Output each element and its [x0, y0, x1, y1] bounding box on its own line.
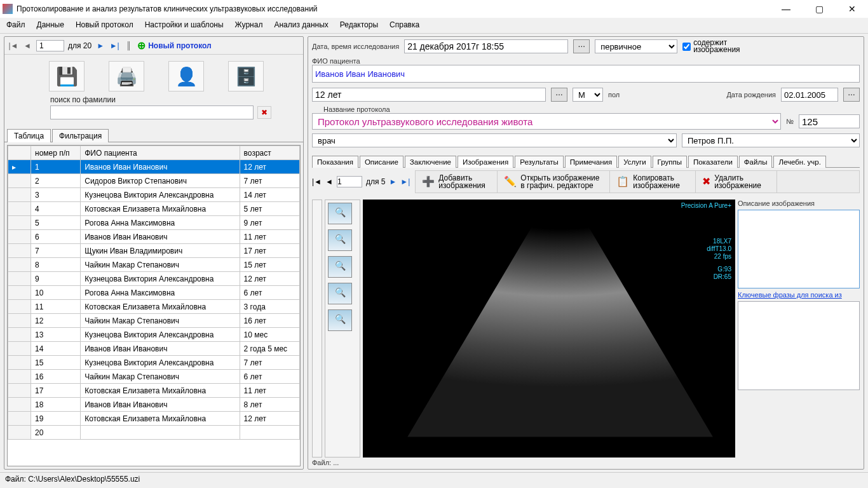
tab-Примечания[interactable]: Примечания — [565, 156, 617, 168]
key-phrases-link[interactable]: Ключевые фразы для поиска из — [738, 291, 860, 299]
thumbnail[interactable] — [328, 256, 352, 278]
img-last-icon[interactable]: ►| — [400, 177, 410, 186]
right-panel: Дата, время исследования … первичное сод… — [308, 36, 864, 470]
menu-Данные[interactable]: Данные — [37, 20, 64, 29]
tab-Описание[interactable]: Описание — [360, 156, 403, 168]
table-row[interactable]: 14Иванов Иван Иванович2 года 5 мес — [8, 342, 300, 356]
delete-image-button[interactable]: ✖Удалить изображение — [696, 171, 777, 193]
first-page-icon[interactable]: |◄ — [8, 41, 18, 50]
exam-type-select[interactable]: первичное — [595, 39, 677, 53]
close-button[interactable]: ✕ — [841, 4, 863, 14]
menu-Редакторы[interactable]: Редакторы — [340, 20, 378, 29]
image-desc-textarea[interactable] — [738, 210, 860, 288]
tab-Фильтрация[interactable]: Фильтрация — [52, 129, 109, 142]
table-row[interactable]: 10Рогова Анна Максимовна6 лет — [8, 286, 300, 300]
tab-Результаты[interactable]: Результаты — [515, 156, 564, 168]
find-patient-button[interactable]: 👤 — [168, 61, 204, 92]
protocol-name-select[interactable]: Протокол ультразвукового исследования жи… — [312, 113, 781, 130]
thumbnail[interactable] — [328, 309, 352, 331]
menubar: ФайлДанныеНовый протоколНастройки и шабл… — [0, 18, 868, 34]
search-label: поиск по фамилии — [4, 95, 303, 105]
print-button[interactable]: 🖨️ — [109, 61, 144, 92]
search-input[interactable] — [50, 105, 254, 119]
table-row[interactable]: 13Кузнецова Виктория Александровна10 мес — [8, 328, 300, 342]
plus-icon: ➕ — [422, 178, 435, 186]
table-row[interactable]: 8Чайкин Макар Степанович15 лет — [8, 258, 300, 272]
next-page-icon[interactable]: ► — [95, 41, 105, 50]
tab-Файлы[interactable]: Файлы — [739, 156, 773, 168]
patient-fio-input[interactable] — [312, 65, 860, 83]
tab-Услуги[interactable]: Услуги — [618, 156, 651, 168]
database-button[interactable]: 🗄️ — [228, 61, 264, 92]
tab-Лечебн. учр.[interactable]: Лечебн. учр. — [773, 156, 825, 168]
phrases-textarea[interactable] — [738, 301, 860, 390]
dob-input[interactable] — [781, 88, 838, 102]
sex-label: пол — [608, 91, 620, 98]
datetime-input[interactable] — [404, 39, 568, 53]
table-row[interactable]: ▸1Иванов Иван Иванович12 лет — [8, 160, 300, 174]
table-row[interactable]: 15Кузнецова Виктория Александровна7 лет — [8, 356, 300, 370]
img-next-icon[interactable]: ► — [389, 177, 397, 186]
copy-image-button[interactable]: 📋Копировать изображение — [610, 171, 696, 193]
table-row[interactable]: 19Котовская Елизавета Михайловна12 лет — [8, 412, 300, 426]
tab-Показатели[interactable]: Показатели — [688, 156, 738, 168]
overlay-dr: DR:65 — [714, 273, 731, 280]
table-row[interactable]: 11Котовская Елизавета Михайловна3 года — [8, 300, 300, 314]
protocol-number-input[interactable] — [799, 114, 860, 128]
menu-Файл[interactable]: Файл — [6, 20, 25, 29]
table-row[interactable]: 3Кузнецова Виктория Александровна14 лет — [8, 188, 300, 202]
tab-Таблица[interactable]: Таблица — [7, 129, 51, 142]
img-page-input[interactable] — [337, 176, 362, 187]
thumbnail[interactable] — [328, 229, 352, 251]
menu-Журнал[interactable]: Журнал — [235, 20, 263, 29]
overlay-diff: diffT13.0 — [707, 245, 731, 252]
table-row[interactable]: 2Сидоров Виктор Степанович7 лет — [8, 174, 300, 188]
doctor-select[interactable]: Петров П.П. — [682, 133, 860, 147]
img-prev-icon[interactable]: ◄ — [325, 177, 333, 186]
menu-Новый протокол[interactable]: Новый протокол — [76, 20, 133, 29]
menu-Справка[interactable]: Справка — [390, 20, 419, 29]
open-image-button[interactable]: ✏️Открыть изображение в графич. редактор… — [498, 171, 610, 193]
contains-images-checkbox[interactable]: содержит изображения — [682, 39, 748, 53]
table-row[interactable]: 5Рогова Анна Максимовна9 лет — [8, 216, 300, 230]
last-page-icon[interactable]: ►| — [109, 41, 119, 50]
thumbnail[interactable] — [328, 283, 352, 304]
statusbar: Файл: C:\Users\Alex\Desktop\55555.uzi — [0, 472, 868, 486]
clear-search-button[interactable]: ✖ — [257, 106, 271, 119]
table-row[interactable]: 17Котовская Елизавета Михайловна11 лет — [8, 384, 300, 398]
table-row[interactable]: 6Иванов Иван Иванович11 лет — [8, 230, 300, 244]
tab-Группы[interactable]: Группы — [653, 156, 687, 168]
new-protocol-button[interactable]: ⊕ Новый протокол — [137, 39, 212, 51]
maximize-button[interactable]: ▢ — [808, 4, 830, 14]
patients-grid[interactable]: номер п/пФИО пациентавозраст▸1Иванов Ива… — [7, 145, 301, 466]
tab-Показания[interactable]: Показания — [312, 156, 358, 168]
ultrasound-image[interactable]: Precision A Pure+ 18LX7 diffT13.0 22 fps… — [363, 200, 735, 458]
overlay-probe: 18LX7 — [713, 238, 731, 245]
tab-Заключение[interactable]: Заключение — [405, 156, 456, 168]
role-select[interactable]: врач — [312, 133, 677, 147]
menu-Настройки и шаблоны[interactable]: Настройки и шаблоны — [145, 20, 224, 29]
img-first-icon[interactable]: |◄ — [312, 177, 322, 186]
tab-Изображения[interactable]: Изображения — [458, 156, 513, 168]
datetime-picker-button[interactable]: … — [573, 39, 590, 53]
age-input[interactable] — [312, 88, 546, 102]
thumbnail[interactable] — [328, 203, 352, 224]
minimize-button[interactable]: — — [775, 4, 797, 14]
thumbnail-strip[interactable] — [325, 200, 360, 458]
prev-page-icon[interactable]: ◄ — [22, 41, 32, 50]
table-row[interactable]: 9Кузнецова Виктория Александровна12 лет — [8, 272, 300, 286]
table-row[interactable]: 4Котовская Елизавета Михайловна5 лет — [8, 202, 300, 216]
menu-Анализ данных[interactable]: Анализ данных — [274, 20, 328, 29]
sex-select[interactable]: М — [573, 88, 603, 102]
image-toolbar: ➕Добавить изображения ✏️Открыть изображе… — [415, 170, 860, 193]
dob-picker-button[interactable]: … — [843, 88, 860, 102]
table-row[interactable]: 7Щукин Иван Владимирович17 лет — [8, 244, 300, 258]
save-button[interactable]: 💾 — [49, 61, 85, 92]
table-row[interactable]: 12Чайкин Макар Степанович16 лет — [8, 314, 300, 328]
table-row[interactable]: 20 — [8, 426, 300, 440]
table-row[interactable]: 16Чайкин Макар Степанович6 лет — [8, 370, 300, 384]
page-input[interactable] — [36, 40, 64, 51]
add-image-button[interactable]: ➕Добавить изображения — [416, 171, 498, 193]
table-row[interactable]: 18Иванов Иван Иванович8 лет — [8, 398, 300, 412]
age-picker-button[interactable]: … — [551, 88, 567, 102]
